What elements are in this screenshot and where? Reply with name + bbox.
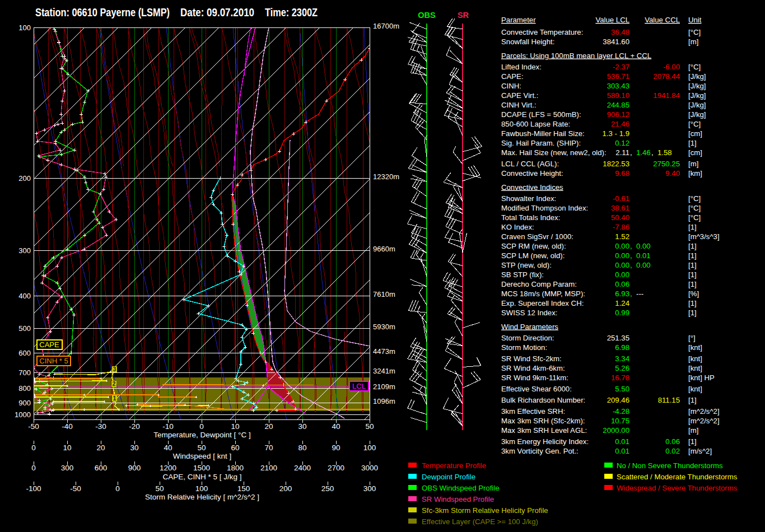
svg-text:Lifted Index:: Lifted Index: — [501, 63, 542, 71]
svg-text:0.01: 0.01 — [615, 437, 629, 446]
svg-text:16.78: 16.78 — [611, 374, 629, 382]
svg-text:[J/kg]: [J/kg] — [688, 82, 706, 90]
svg-text:100: 100 — [18, 24, 31, 32]
svg-text:[knt] HP: [knt] HP — [688, 374, 715, 382]
svg-text:1.3 - 1.9: 1.3 - 1.9 — [603, 129, 629, 138]
svg-text:Parameter: Parameter — [501, 16, 536, 24]
svg-text:SB STP (fix):: SB STP (fix): — [501, 270, 544, 279]
svg-text:589.10: 589.10 — [607, 91, 629, 100]
svg-text:SR Windspeed Profile: SR Windspeed Profile — [422, 495, 494, 503]
svg-text:-50: -50 — [70, 484, 81, 493]
svg-text:2000.00: 2000.00 — [603, 426, 629, 435]
svg-text:600: 600 — [18, 349, 31, 357]
svg-text:3km Vorticity Gen. Pot.:: 3km Vorticity Gen. Pot.: — [501, 447, 579, 455]
svg-text:300: 300 — [18, 246, 31, 255]
svg-text:2: 2 — [113, 381, 116, 387]
svg-text:150: 150 — [237, 484, 250, 493]
svg-text:200: 200 — [279, 484, 292, 493]
svg-text:0.01: 0.01 — [636, 251, 651, 260]
svg-text:850-600 Lapse Rate:: 850-600 Lapse Rate: — [501, 120, 570, 128]
svg-text:Station: 06610 Payerne (LSMP): Station: 06610 Payerne (LSMP) — [35, 6, 170, 18]
svg-text:21.46: 21.46 — [611, 120, 629, 128]
svg-text:,: , — [651, 148, 654, 157]
svg-text:,: , — [630, 148, 632, 157]
svg-text:[°C]: [°C] — [688, 194, 701, 203]
svg-text:Convective Temperature:: Convective Temperature: — [501, 28, 583, 36]
svg-text:[°C]: [°C] — [688, 63, 701, 71]
svg-text:[°C]: [°C] — [688, 28, 701, 36]
svg-text:---: --- — [636, 290, 643, 298]
svg-text:DCAPE (LFS = 500mB):: DCAPE (LFS = 500mB): — [501, 110, 581, 119]
svg-text:0.00: 0.00 — [636, 242, 651, 250]
svg-text:OBS: OBS — [418, 11, 436, 20]
svg-text:209.46: 209.46 — [607, 396, 629, 404]
svg-text:1200: 1200 — [160, 464, 176, 472]
svg-text:[%]: [%] — [688, 290, 699, 298]
svg-text:,: , — [630, 261, 632, 269]
svg-text:36.48: 36.48 — [611, 28, 629, 36]
svg-text:[m]: [m] — [688, 160, 698, 168]
svg-text:CINH Virt.:: CINH Virt.: — [501, 101, 537, 109]
svg-text:50: 50 — [155, 484, 164, 493]
svg-text:3841.60: 3841.60 — [603, 38, 629, 46]
svg-text:[1]: [1] — [688, 396, 697, 404]
svg-text:[°]: [°] — [688, 334, 696, 342]
svg-text:5.50: 5.50 — [615, 385, 629, 393]
svg-text:0: 0 — [115, 484, 120, 493]
svg-text:3241m: 3241m — [373, 367, 395, 375]
svg-text:[J/kg]: [J/kg] — [688, 110, 706, 119]
svg-text:STP (new, old):: STP (new, old): — [501, 261, 552, 269]
svg-text:,: , — [630, 251, 632, 260]
svg-text:2400: 2400 — [294, 464, 311, 472]
svg-text:[1]: [1] — [688, 280, 697, 288]
svg-text:9.68: 9.68 — [615, 169, 629, 178]
svg-text:3.34: 3.34 — [615, 354, 629, 363]
svg-text:[1]: [1] — [688, 242, 697, 250]
svg-text:[J/kg]: [J/kg] — [688, 101, 706, 109]
svg-text:-6.00: -6.00 — [663, 63, 680, 71]
svg-text:1096m: 1096m — [373, 397, 395, 405]
svg-text:Value CCL: Value CCL — [645, 16, 680, 24]
svg-text:50.40: 50.40 — [611, 213, 629, 222]
svg-text:KO Index:: KO Index: — [501, 223, 534, 231]
svg-text:SR Wind 9km-11km:: SR Wind 9km-11km: — [501, 374, 568, 382]
svg-text:2109m: 2109m — [373, 382, 395, 391]
svg-text:[knt]: [knt] — [688, 343, 702, 352]
svg-text:Widespread / Severe Thundersto: Widespread / Severe Thunderstorms — [617, 484, 738, 492]
svg-text:-20: -20 — [129, 422, 140, 431]
svg-text:[m^3/s^3]: [m^3/s^3] — [688, 232, 720, 241]
svg-text:CAPE Virt.:: CAPE Virt.: — [501, 91, 538, 100]
svg-text:300: 300 — [61, 464, 74, 472]
svg-text:Total Totals Index:: Total Totals Index: — [501, 213, 560, 222]
svg-text:2.11: 2.11 — [615, 148, 629, 157]
svg-text:[1]: [1] — [688, 437, 697, 446]
svg-text:60: 60 — [231, 444, 239, 452]
svg-text:400: 400 — [18, 292, 31, 300]
svg-text:[km]: [km] — [688, 169, 702, 178]
svg-text:80: 80 — [298, 444, 306, 452]
svg-text:[knt]: [knt] — [688, 364, 702, 372]
svg-text:12320m: 12320m — [373, 172, 399, 181]
svg-text:[°C]: [°C] — [688, 120, 701, 128]
svg-text:SCP LM (new, old):: SCP LM (new, old): — [501, 251, 565, 260]
svg-text:Storm Relative Helicity [ m^2: Storm Relative Helicity [ m^2/s^2 ] — [145, 493, 259, 501]
svg-text:40: 40 — [164, 444, 172, 452]
svg-text:Snowfall Height:: Snowfall Height: — [501, 38, 554, 46]
svg-text:16700m: 16700m — [373, 22, 399, 30]
svg-text:[1]: [1] — [688, 251, 697, 260]
svg-text:906.12: 906.12 — [607, 110, 629, 119]
svg-text:1822.53: 1822.53 — [603, 160, 629, 168]
svg-text:6.93: 6.93 — [615, 290, 629, 298]
svg-text:MCS 18m/s (MMP, MSP):: MCS 18m/s (MMP, MSP): — [501, 290, 585, 298]
svg-text:1.46: 1.46 — [636, 148, 651, 157]
svg-text:Max. Hail Size (new, new2, old: Max. Hail Size (new, new2, old): — [501, 148, 607, 157]
svg-text:LCL: LCL — [352, 382, 366, 390]
svg-text:[m^2/s^2]: [m^2/s^2] — [688, 407, 720, 416]
svg-text:5.26: 5.26 — [615, 364, 629, 372]
svg-text:30: 30 — [298, 422, 306, 431]
svg-text:10.75: 10.75 — [611, 417, 629, 425]
svg-text:,: , — [630, 242, 632, 250]
svg-text:1000: 1000 — [15, 410, 31, 419]
svg-text:0.02: 0.02 — [665, 447, 680, 455]
svg-text:[1]: [1] — [688, 309, 697, 317]
